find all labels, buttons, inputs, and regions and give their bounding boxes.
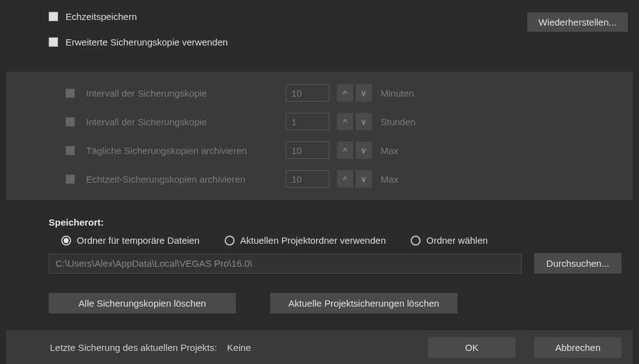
radio-icon[interactable] bbox=[225, 236, 235, 246]
row-unit: Minuten bbox=[381, 88, 414, 98]
checkbox-row-extended-backup[interactable]: Erweiterte Sicherungskopie verwenden bbox=[49, 37, 228, 47]
checkbox-icon bbox=[66, 146, 75, 155]
spinner: ^ ∨ bbox=[337, 170, 372, 188]
row-label: Intervall der Sicherungskopie bbox=[86, 117, 286, 127]
radio-label: Aktuellen Projektordner verwenden bbox=[240, 235, 386, 246]
row-backup-interval-hours: Intervall der Sicherungskopie ^ ∨ Stunde… bbox=[66, 113, 633, 130]
location-title: Speicherort: bbox=[49, 217, 622, 228]
radio-temp-folder[interactable]: Ordner für temporäre Dateien bbox=[61, 235, 200, 246]
row-daily-archive: Tägliche Sicherungskopien archivieren ^ … bbox=[66, 141, 633, 159]
top-checkbox-group: Echzeitspeichern Erweiterte Sicherungsko… bbox=[49, 11, 228, 62]
checkbox-row-realtime-save[interactable]: Echzeitspeichern bbox=[49, 11, 228, 22]
spinner-up-icon: ^ bbox=[337, 113, 353, 130]
location-radio-group: Ordner für temporäre Dateien Aktuellen P… bbox=[61, 235, 622, 246]
spinner-up-icon: ^ bbox=[337, 84, 353, 102]
radio-label: Ordner wählen bbox=[426, 235, 487, 246]
checkbox-icon[interactable] bbox=[49, 12, 58, 21]
row-realtime-archive: Echtzeit-Sicherungskopien archivieren ^ … bbox=[66, 170, 633, 188]
row-label: Intervall der Sicherungskopie bbox=[86, 88, 286, 98]
checkbox-label: Echzeitspeichern bbox=[66, 11, 137, 22]
checkbox-icon bbox=[66, 175, 75, 184]
radio-icon[interactable] bbox=[61, 236, 71, 246]
interval-hours-input bbox=[286, 113, 329, 130]
bottom-bar: Letzte Sicherung des aktuellen Projekts:… bbox=[6, 330, 633, 364]
delete-current-project-backups-button[interactable]: Aktuelle Projektsicherungen löschen bbox=[270, 293, 457, 314]
row-unit: Max bbox=[381, 145, 398, 156]
browse-button[interactable]: Durchsuchen... bbox=[534, 253, 622, 274]
row-backup-interval-minutes: Intervall der Sicherungskopie ^ ∨ Minute… bbox=[66, 84, 633, 102]
spinner: ^ ∨ bbox=[337, 113, 372, 130]
radio-project-folder[interactable]: Aktuellen Projektordner verwenden bbox=[225, 235, 386, 246]
last-backup-label: Letzte Sicherung des aktuellen Projekts: bbox=[50, 342, 217, 353]
daily-max-input bbox=[286, 141, 329, 159]
spinner-up-icon: ^ bbox=[337, 170, 353, 188]
spinner: ^ ∨ bbox=[337, 141, 372, 159]
realtime-max-input bbox=[286, 170, 329, 188]
backup-settings-panel: Intervall der Sicherungskopie ^ ∨ Minute… bbox=[6, 72, 633, 200]
checkbox-icon bbox=[66, 117, 75, 127]
row-unit: Max bbox=[381, 174, 398, 184]
path-input[interactable] bbox=[49, 254, 522, 274]
checkbox-icon bbox=[66, 89, 75, 98]
checkbox-label: Erweiterte Sicherungskopie verwenden bbox=[66, 37, 228, 47]
path-row: Durchsuchen... bbox=[49, 253, 622, 274]
interval-minutes-input bbox=[286, 84, 329, 102]
restore-button[interactable]: Wiederherstellen... bbox=[527, 12, 628, 32]
spinner-down-icon: ∨ bbox=[356, 113, 372, 130]
radio-icon[interactable] bbox=[411, 236, 421, 246]
last-backup-value: Keine bbox=[227, 342, 251, 353]
checkbox-icon[interactable] bbox=[49, 37, 58, 47]
row-label: Echtzeit-Sicherungskopien archivieren bbox=[86, 174, 286, 184]
spinner-down-icon: ∨ bbox=[356, 84, 372, 102]
spinner-up-icon: ^ bbox=[337, 141, 353, 159]
preferences-backup-panel: Echzeitspeichern Erweiterte Sicherungsko… bbox=[0, 0, 639, 364]
location-section: Speicherort: Ordner für temporäre Dateie… bbox=[49, 217, 622, 274]
delete-buttons-row: Alle Sicherungskopien löschen Aktuelle P… bbox=[49, 293, 457, 314]
spinner-down-icon: ∨ bbox=[356, 141, 372, 159]
spinner: ^ ∨ bbox=[337, 84, 372, 102]
radio-choose-folder[interactable]: Ordner wählen bbox=[411, 235, 487, 246]
ok-button[interactable]: OK bbox=[428, 337, 515, 358]
row-unit: Stunden bbox=[381, 117, 416, 127]
cancel-button[interactable]: Abbrechen bbox=[534, 337, 622, 358]
radio-label: Ordner für temporäre Dateien bbox=[77, 235, 200, 246]
spinner-down-icon: ∨ bbox=[356, 170, 372, 188]
delete-all-backups-button[interactable]: Alle Sicherungskopien löschen bbox=[49, 293, 236, 314]
row-label: Tägliche Sicherungskopien archivieren bbox=[86, 145, 286, 156]
